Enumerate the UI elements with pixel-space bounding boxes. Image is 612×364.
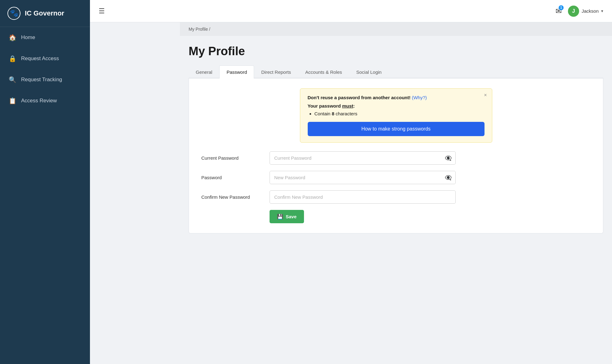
alert-requirement-item: Contain 8 characters (315, 111, 485, 116)
current-password-group: Current Password 👁‍🗨 (201, 151, 456, 165)
save-icon: 💾 (277, 214, 283, 220)
sidebar-item-request-access[interactable]: 🔒 Request Access (0, 48, 90, 69)
strong-passwords-button[interactable]: How to make strong passwords (308, 122, 485, 136)
breadcrumb: My Profile / (180, 22, 612, 36)
sidebar-item-label: Home (21, 34, 35, 41)
page-header: My Profile (180, 36, 612, 58)
sidebar-item-home[interactable]: 🏠 Home (0, 27, 90, 48)
tab-social-login[interactable]: Social Login (349, 65, 389, 78)
page-title: My Profile (189, 45, 603, 58)
sidebar: 🐾 IC Governor 🏠 Home 🔒 Request Access 🔍 … (0, 0, 90, 364)
lock-icon: 🔒 (9, 55, 16, 62)
current-password-input[interactable] (270, 151, 456, 165)
alert-close-button[interactable]: × (484, 92, 487, 98)
menu-icon[interactable]: ☰ (99, 7, 105, 15)
new-password-wrap: 👁‍🗨 (270, 171, 456, 184)
toggle-new-password-visibility-icon[interactable]: 👁‍🗨 (445, 174, 452, 181)
confirm-password-label: Confirm New Password (201, 194, 270, 200)
current-password-label: Current Password (201, 155, 270, 161)
clipboard-icon: 📋 (9, 97, 16, 104)
user-name: Jackson (582, 8, 599, 14)
sidebar-item-label: Request Tracking (21, 77, 62, 83)
new-password-group: Password 👁‍🗨 (201, 171, 456, 184)
tab-content-password: × Don't reuse a password from another ac… (189, 78, 603, 233)
logo-icon: 🐾 (7, 7, 20, 20)
new-password-input[interactable] (270, 171, 456, 184)
sidebar-item-label: Request Access (21, 55, 59, 62)
topbar: ☰ ✉ 1 J Jackson ▾ (90, 0, 612, 22)
tab-general[interactable]: General (189, 65, 219, 78)
chevron-down-icon: ▾ (601, 9, 603, 13)
password-alert: × Don't reuse a password from another ac… (300, 88, 492, 143)
sidebar-item-label: Access Review (21, 98, 57, 104)
mail-button[interactable]: ✉ 1 (556, 7, 562, 16)
new-password-label: Password (201, 175, 270, 180)
tab-password[interactable]: Password (219, 65, 254, 78)
tab-direct-reports[interactable]: Direct Reports (254, 65, 298, 78)
current-password-wrap: 👁‍🗨 (270, 151, 456, 165)
why-link[interactable]: (Why?) (412, 95, 427, 100)
mail-badge: 1 (559, 5, 564, 10)
tabs: General Password Direct Reports Accounts… (189, 65, 603, 78)
confirm-password-input[interactable] (270, 190, 456, 204)
tab-accounts-roles[interactable]: Accounts & Roles (298, 65, 349, 78)
home-icon: 🏠 (9, 34, 16, 41)
sidebar-logo: 🐾 IC Governor (0, 0, 90, 27)
topbar-right: ✉ 1 J Jackson ▾ (556, 6, 603, 17)
confirm-password-wrap (270, 190, 456, 204)
alert-requirements: Contain 8 characters (308, 111, 485, 116)
alert-title: Don't reuse a password from another acco… (308, 95, 485, 100)
search-icon: 🔍 (9, 76, 16, 83)
sidebar-item-request-tracking[interactable]: 🔍 Request Tracking (0, 69, 90, 90)
main-content: My Profile / My Profile General Password… (180, 22, 612, 364)
user-menu[interactable]: J Jackson ▾ (568, 6, 603, 17)
toggle-password-visibility-icon[interactable]: 👁‍🗨 (445, 155, 452, 162)
confirm-password-group: Confirm New Password (201, 190, 456, 204)
avatar: J (568, 6, 579, 17)
save-button[interactable]: 💾 Save (270, 210, 304, 223)
save-label: Save (286, 214, 297, 219)
sidebar-nav: 🏠 Home 🔒 Request Access 🔍 Request Tracki… (0, 27, 90, 111)
logo-text: IC Governor (25, 9, 64, 17)
sidebar-item-access-review[interactable]: 📋 Access Review (0, 90, 90, 111)
alert-must: Your password must: (308, 103, 485, 109)
